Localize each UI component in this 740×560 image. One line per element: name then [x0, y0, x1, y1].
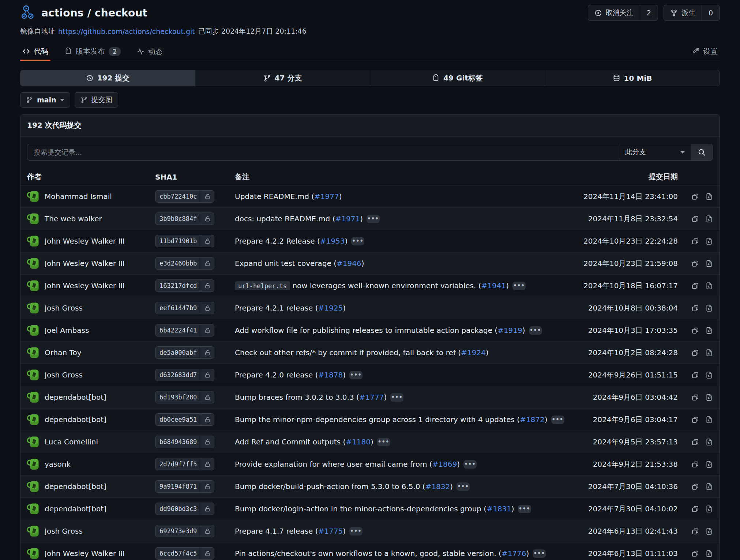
commit-sha-badge[interactable]: 2d7d9f7ff5	[155, 458, 214, 470]
expand-commit-button[interactable]: •••	[533, 549, 546, 558]
copy-sha-button[interactable]	[691, 237, 699, 245]
expand-commit-button[interactable]: •••	[463, 460, 477, 469]
avatar[interactable]	[27, 324, 40, 337]
view-files-button[interactable]	[705, 394, 713, 401]
avatar[interactable]	[27, 458, 40, 470]
issue-link[interactable]: #1919	[497, 326, 522, 335]
commit-sha-badge[interactable]: d632683dd7	[155, 369, 214, 381]
issue-link[interactable]: #1971	[335, 214, 360, 223]
copy-sha-button[interactable]	[691, 483, 699, 491]
copy-sha-button[interactable]	[691, 416, 699, 424]
issue-link[interactable]: #1946	[337, 259, 361, 268]
issue-link[interactable]: #1180	[346, 437, 371, 446]
tab-activity[interactable]: 动态	[137, 42, 163, 61]
copy-sha-button[interactable]	[691, 505, 699, 513]
unwatch-button[interactable]: 取消关注	[588, 5, 640, 20]
commit-sha-badge[interactable]: 692973e3d9	[155, 525, 214, 537]
branch-selector[interactable]: main	[20, 92, 70, 108]
expand-commit-button[interactable]: •••	[367, 215, 380, 223]
commit-sha-badge[interactable]: eef61447b9	[155, 302, 214, 314]
view-files-button[interactable]	[705, 304, 713, 312]
stat-size[interactable]: 10 MiB	[545, 70, 720, 86]
avatar[interactable]	[27, 257, 40, 270]
repo-title[interactable]: actions / checkout	[41, 7, 147, 19]
avatar[interactable]	[27, 302, 40, 314]
issue-link[interactable]: #1941	[481, 281, 506, 290]
copy-sha-button[interactable]	[691, 394, 699, 401]
avatar[interactable]	[27, 346, 40, 359]
stat-commits[interactable]: 192 提交	[20, 70, 195, 86]
expand-commit-button[interactable]: •••	[457, 482, 470, 491]
commit-sha-badge[interactable]: 6b42224f41	[155, 324, 214, 337]
commit-sha-badge[interactable]: 6ccd57f4c5	[155, 547, 214, 560]
watchers-count[interactable]: 2	[640, 5, 658, 20]
expand-commit-button[interactable]: •••	[390, 393, 403, 402]
issue-link[interactable]: #1924	[461, 348, 486, 357]
issue-link[interactable]: #1878	[318, 371, 343, 379]
mirror-url-link[interactable]: https://github.com/actions/checkout.git	[58, 27, 195, 35]
commit-sha-badge[interactable]: db0cee9a51	[155, 413, 214, 426]
issue-link[interactable]: #1831	[487, 504, 511, 513]
copy-sha-button[interactable]	[691, 461, 699, 468]
commit-sha-badge[interactable]: 6d193bf280	[155, 391, 214, 403]
forks-count[interactable]: 0	[702, 5, 720, 20]
avatar[interactable]	[27, 213, 40, 225]
avatar[interactable]	[27, 480, 40, 493]
view-files-button[interactable]	[705, 550, 713, 557]
expand-commit-button[interactable]: •••	[377, 438, 390, 446]
avatar[interactable]	[27, 436, 40, 448]
avatar[interactable]	[27, 369, 40, 381]
expand-commit-button[interactable]: •••	[512, 282, 526, 290]
view-files-button[interactable]	[705, 371, 713, 379]
copy-sha-button[interactable]	[691, 193, 699, 200]
copy-sha-button[interactable]	[691, 527, 699, 535]
avatar[interactable]	[27, 503, 40, 515]
tab-releases[interactable]: 版本发布 2	[64, 42, 121, 61]
commit-sha-badge[interactable]: 163217dfcd	[155, 279, 214, 292]
avatar[interactable]	[27, 391, 40, 403]
commit-search-input[interactable]	[27, 144, 619, 160]
view-files-button[interactable]	[705, 438, 713, 446]
branch-filter-dropdown[interactable]: 此分支	[619, 144, 691, 160]
search-button[interactable]	[691, 144, 713, 160]
copy-sha-button[interactable]	[691, 371, 699, 379]
issue-link[interactable]: #1872	[520, 415, 545, 424]
stat-tags[interactable]: 49 Git标签	[370, 70, 545, 86]
tab-code[interactable]: 代码	[22, 42, 48, 61]
issue-link[interactable]: #1776	[502, 549, 526, 558]
view-files-button[interactable]	[705, 349, 713, 357]
view-files-button[interactable]	[705, 327, 713, 334]
avatar[interactable]	[27, 547, 40, 560]
commit-sha-badge[interactable]: 11bd71901b	[155, 235, 214, 247]
view-files-button[interactable]	[705, 282, 713, 290]
copy-sha-button[interactable]	[691, 327, 699, 334]
expand-commit-button[interactable]: •••	[349, 527, 363, 535]
issue-link[interactable]: #1953	[320, 237, 345, 245]
expand-commit-button[interactable]: •••	[551, 416, 564, 424]
copy-sha-button[interactable]	[691, 260, 699, 267]
issue-link[interactable]: #1775	[318, 527, 343, 535]
view-files-button[interactable]	[705, 527, 713, 535]
copy-sha-button[interactable]	[691, 304, 699, 312]
expand-commit-button[interactable]: •••	[518, 505, 531, 513]
copy-sha-button[interactable]	[691, 550, 699, 557]
expand-commit-button[interactable]: •••	[529, 326, 542, 335]
view-files-button[interactable]	[705, 483, 713, 491]
expand-commit-button[interactable]: •••	[351, 237, 364, 245]
commit-sha-badge[interactable]: e3d2460bbb	[155, 257, 214, 270]
avatar[interactable]	[27, 413, 40, 426]
view-files-button[interactable]	[705, 215, 713, 223]
issue-link[interactable]: #1777	[359, 393, 384, 402]
issue-link[interactable]: #1832	[425, 482, 450, 491]
commit-graph-button[interactable]: 提交图	[75, 92, 118, 108]
view-files-button[interactable]	[705, 461, 713, 468]
view-files-button[interactable]	[705, 193, 713, 200]
avatar[interactable]	[27, 235, 40, 247]
fork-button[interactable]: 派生	[664, 5, 702, 20]
commit-sha-badge[interactable]: 9a9194f871	[155, 480, 214, 493]
issue-link[interactable]: #1869	[432, 460, 457, 469]
view-files-button[interactable]	[705, 505, 713, 513]
copy-sha-button[interactable]	[691, 438, 699, 446]
copy-sha-button[interactable]	[691, 215, 699, 223]
tab-settings[interactable]: 设置	[692, 42, 718, 61]
